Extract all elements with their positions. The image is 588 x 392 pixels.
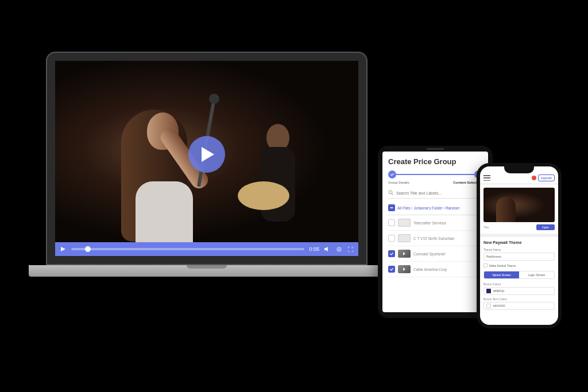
step-1-done-icon [388,170,396,178]
video-thumb-icon [398,265,411,273]
svg-line-7 [392,194,394,196]
svg-point-6 [389,191,392,194]
settings-icon[interactable] [335,246,342,253]
button-colour-value: #FBFDD [493,289,504,293]
svg-point-4 [338,249,339,250]
preview-title: Title [483,226,489,229]
tab-login[interactable]: Login Screen [519,271,554,278]
phone-mockup: Upgrade Title Open New Paywall Theme The… [477,163,562,328]
theme-name-label: Theme Name [483,248,555,251]
breadcrumb: All Files › Johanna's Folder › Random [388,201,482,215]
folder-icon [398,234,411,242]
row-checkbox[interactable] [388,266,395,273]
row-checkbox[interactable] [388,250,395,257]
progress-knob[interactable] [85,246,91,252]
section-divider [480,234,558,237]
tablet-mockup: Create Price Group 2 Group Details Conte… [378,146,493,318]
section-title: New Paywall Theme [483,240,555,244]
stepper: 2 [388,170,482,178]
list-item[interactable]: Comcast Sportsnet [388,246,482,262]
button-colour-label: Button Colour [483,282,555,286]
row-checkbox[interactable] [388,219,395,226]
phone-screen: Upgrade Title Open New Paywall Theme The… [480,166,558,325]
button-text-colour-value: #FFFFFF [493,304,505,308]
button-colour-field[interactable]: #FBFDD [483,287,555,295]
row-label: Comcast Sportsnet [413,252,445,256]
time-label: 0:05 [309,246,319,252]
page-title: Create Price Group [388,157,482,166]
video-thumb-icon [398,250,411,258]
theme-name-field[interactable]: PaidAccess [483,253,555,261]
select-all-checkbox[interactable] [388,204,395,211]
fullscreen-icon[interactable] [347,246,354,253]
step-1-label: Group Details [388,181,409,184]
search-row [388,188,482,199]
preview-meta: Title Open [483,224,555,230]
tab-splash[interactable]: Splash Screen [484,271,519,278]
laptop-bezel: 0:05 [46,52,368,265]
volume-icon[interactable] [324,246,331,253]
video-preview[interactable] [483,188,555,222]
progress-bar[interactable] [71,248,304,250]
svg-rect-8 [390,207,393,208]
list-item[interactable]: Telecrafter Services [388,215,482,231]
svg-marker-1 [61,247,65,251]
breadcrumb-text[interactable]: All Files › Johanna's Folder › Random [397,206,460,210]
video-controls: 0:05 [55,242,358,256]
folder-icon [398,219,411,227]
singer-illustration [90,95,216,256]
notification-badge-icon[interactable] [532,176,536,180]
play-icon [202,147,214,162]
row-label: Telecrafter Services [413,221,446,225]
laptop-base [29,265,385,277]
button-text-colour-label: Button Text Colour [483,297,555,301]
tablet-screen: Create Price Group 2 Group Details Conte… [382,152,488,312]
button-text-colour-field[interactable]: #FFFFFF [483,302,555,310]
screen-tabs: Splash Screen Login Screen [483,271,555,279]
guitarist-illustration [243,124,312,239]
phone-notch [504,166,534,173]
default-theme-label: Make Default Theme [489,264,516,267]
content-list: Telecrafter Services C T V15 North Subur… [388,215,482,277]
play-button[interactable] [188,136,225,173]
step-connector [396,174,474,175]
preview-open-button[interactable]: Open [536,224,555,230]
list-item[interactable]: Cable America Corp [388,262,482,277]
laptop-mockup: 0:05 [46,52,368,277]
row-checkbox[interactable] [388,235,395,242]
colour-swatch-icon [486,304,491,308]
upgrade-button[interactable]: Upgrade [538,174,555,181]
list-item[interactable]: C T V15 North Suburban [388,231,482,246]
default-theme-checkbox-row[interactable]: Make Default Theme [483,263,555,267]
svg-marker-0 [202,147,214,162]
row-label: C T V15 North Suburban [413,236,454,240]
hamburger-icon[interactable] [483,175,490,181]
video-player: 0:05 [55,61,358,256]
search-input[interactable] [396,191,482,195]
step-labels: Group Details Content Selection [388,181,482,184]
row-label: Cable America Corp [413,267,447,271]
svg-marker-2 [324,247,328,251]
search-icon [388,190,394,196]
colour-swatch-icon [486,289,491,293]
default-theme-checkbox[interactable] [483,263,488,267]
play-small-icon[interactable] [60,246,67,253]
